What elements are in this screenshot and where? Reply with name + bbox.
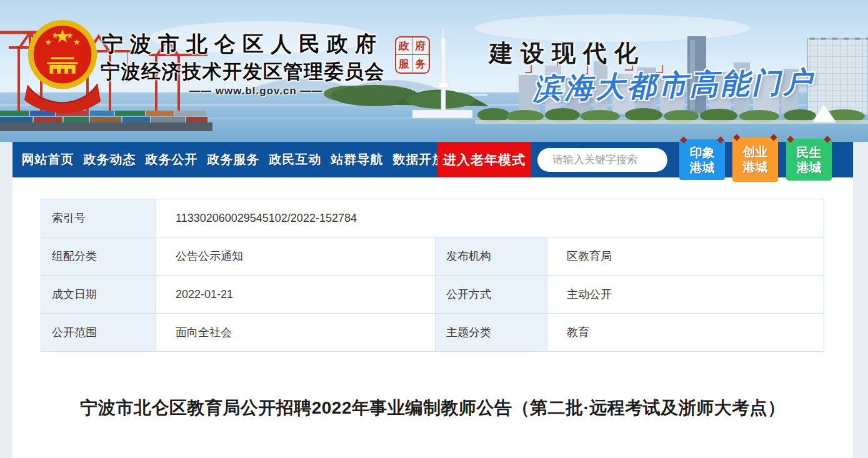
quick-link-label: 印象	[679, 145, 725, 160]
svg-text:★: ★	[45, 37, 52, 47]
gov-service-seal-icon: 政 府 服 务	[395, 36, 430, 74]
quick-link-impression-city[interactable]: 印象 港城	[679, 139, 725, 180]
meta-value-category: 公告公示通知	[156, 237, 436, 276]
quick-link-entrepreneurship-city[interactable]: 创业 港城	[732, 137, 778, 182]
seal-char: 服	[396, 55, 412, 72]
national-emblem-icon: ★ ★ ★ ★ ★	[22, 16, 102, 114]
quick-link-label: 民生	[786, 145, 832, 160]
search-input[interactable]	[537, 154, 693, 166]
quick-link-label: 港城	[679, 160, 725, 175]
nav-item-site-group-nav[interactable]: 站群导航	[326, 151, 388, 168]
search-box	[537, 148, 667, 172]
meta-label-scope: 公开范围	[41, 314, 156, 352]
meta-value-scope: 面向全社会	[156, 314, 436, 352]
banner-slogan-line1: 建设现代化	[489, 37, 646, 69]
meta-label-topic: 主题分类	[436, 314, 547, 352]
quick-link-label: 港城	[732, 159, 778, 174]
meta-label-index-number: 索引号	[41, 199, 156, 237]
nav-item-gov-news[interactable]: 政务动态	[79, 151, 141, 168]
seal-char: 政	[396, 37, 412, 55]
table-row: 组配分类 公告公示通知 发布机构 区教育局	[41, 237, 824, 276]
meta-label-category: 组配分类	[41, 237, 156, 276]
table-row: 公开范围 面向全社会 主题分类 教育	[41, 314, 824, 352]
nav-items: 网站首页 政务动态 政务公开 政务服务 政民互动 站群导航 数据开放	[17, 142, 450, 177]
quick-link-label: 创业	[732, 144, 778, 159]
svg-text:★: ★	[73, 37, 80, 47]
meta-label-method: 公开方式	[436, 276, 547, 314]
page-title: 宁波市北仑区教育局公开招聘2022年事业编制教师公告（第二批·远程考试及浙师大考…	[61, 395, 805, 421]
svg-text:★: ★	[66, 31, 73, 40]
site-title-line2: 宁波经济技术开发区管理委员会	[101, 59, 385, 85]
seal-char: 务	[412, 55, 429, 72]
meta-label-publisher: 发布机构	[436, 237, 547, 276]
svg-text:★: ★	[51, 31, 58, 40]
banner-slogan-line2: 滨海大都市高能门户	[532, 62, 814, 109]
nav-item-gov-services[interactable]: 政务服务	[202, 151, 264, 168]
meta-value-topic: 教育	[547, 314, 824, 352]
content-area: 索引号 113302060029545102/2022-152784 组配分类 …	[12, 177, 853, 458]
nav-item-public-interaction[interactable]: 政民互动	[264, 151, 326, 168]
metadata-table: 索引号 113302060029545102/2022-152784 组配分类 …	[41, 199, 824, 352]
seal-char: 府	[412, 37, 429, 55]
quick-link-livelihood-city[interactable]: 民生 港城	[786, 139, 832, 181]
meta-value-index-number: 113302060029545102/2022-152784	[156, 199, 824, 237]
site-title-line1: 宁波市北仑区人民政府	[102, 30, 383, 59]
quick-link-label: 港城	[786, 160, 832, 175]
table-row: 成文日期 2022-01-21 公开方式 主动公开	[41, 276, 824, 314]
nav-item-gov-info[interactable]: 政务公开	[141, 151, 202, 168]
meta-value-date: 2022-01-21	[156, 276, 436, 314]
main-nav: 网站首页 政务动态 政务公开 政务服务 政民互动 站群导航 数据开放 进入老年模…	[12, 142, 853, 177]
site-banner: ★ ★ ★ ★ ★ 宁波市北仑区人民政府 宁波经济技术开发区管理委员会 —— w…	[0, 0, 868, 142]
table-row: 索引号 113302060029545102/2022-152784	[41, 199, 824, 237]
nav-item-home[interactable]: 网站首页	[17, 151, 79, 168]
meta-value-publisher: 区教育局	[547, 237, 824, 276]
meta-value-method: 主动公开	[547, 276, 824, 314]
meta-label-date: 成文日期	[41, 276, 156, 314]
site-url: —— www.bl.gov.cn ——	[189, 85, 323, 97]
elderly-mode-button[interactable]: 进入老年模式	[437, 142, 531, 177]
